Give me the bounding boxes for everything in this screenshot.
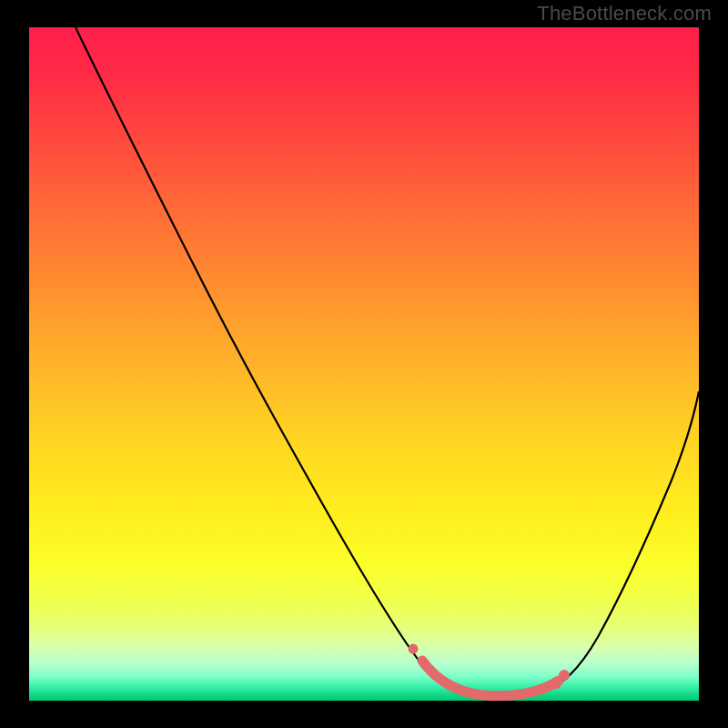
plot-area <box>29 27 699 701</box>
sweet-spot-highlight <box>409 644 571 696</box>
chart-frame: TheBottleneck.com <box>0 0 728 728</box>
watermark-text: TheBottleneck.com <box>537 2 712 25</box>
svg-point-2 <box>559 670 570 681</box>
svg-point-3 <box>551 678 561 689</box>
svg-point-0 <box>409 644 419 654</box>
bottleneck-curve <box>76 27 699 699</box>
curve-layer <box>29 27 699 701</box>
svg-point-1 <box>420 660 430 670</box>
